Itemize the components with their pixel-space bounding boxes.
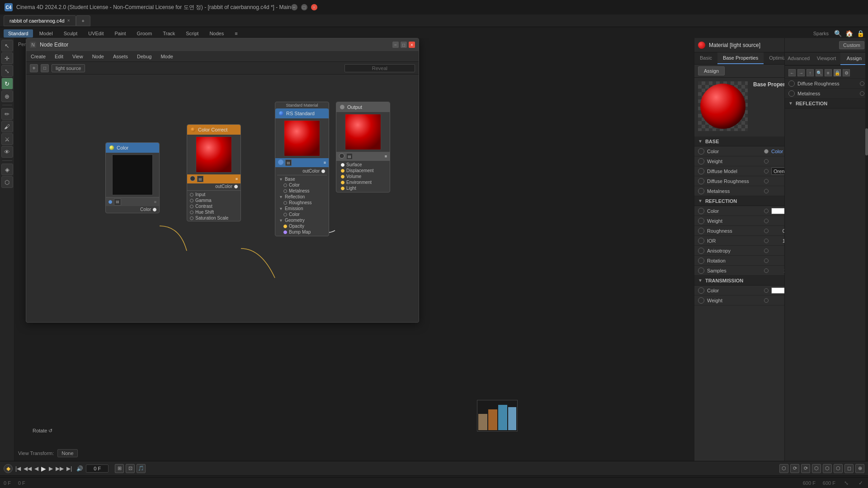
- mode-paint[interactable]: Paint: [110, 29, 130, 38]
- tool-extra1[interactable]: ◈: [1, 164, 13, 175]
- viewport[interactable]: Perspective N Node Editor − □ × Create E…: [14, 38, 694, 461]
- next-key[interactable]: ▶▶: [56, 465, 64, 472]
- tl-tool-1[interactable]: ⊞: [115, 464, 124, 473]
- sub-nav-lock[interactable]: 🔒: [834, 69, 841, 76]
- tl-rt-1[interactable]: ⬡: [779, 464, 788, 473]
- prop-roughness-connector[interactable]: [764, 229, 769, 233]
- output-node[interactable]: Output ▤ ≡ Surface Displacemen: [336, 102, 390, 192]
- timeline-key-btn[interactable]: ◆: [4, 464, 13, 473]
- current-frame-display[interactable]: 0 F: [86, 465, 108, 473]
- prop-metalness-connector[interactable]: [764, 189, 769, 193]
- sub-prop-diffuse-roughness-connector[interactable]: [860, 81, 864, 86]
- sub-tab-assign[interactable]: Assign: [840, 52, 868, 65]
- prop-rotation-icon[interactable]: [698, 258, 704, 264]
- prop-roughness-icon[interactable]: [698, 228, 704, 234]
- prop-trans-color-icon[interactable]: [698, 287, 704, 294]
- mode-uvedit[interactable]: UVEdit: [84, 29, 108, 38]
- tool-move[interactable]: ✛: [1, 52, 13, 64]
- prop-refl-weight-connector[interactable]: [764, 219, 769, 223]
- close-button[interactable]: ×: [311, 4, 317, 10]
- prop-refl-weight-icon[interactable]: [698, 218, 704, 224]
- mode-standard[interactable]: Standard: [4, 29, 33, 38]
- node-canvas[interactable]: Color ▤ ≡ Color: [26, 75, 419, 322]
- tab-basic[interactable]: Basic: [694, 52, 717, 64]
- color-node[interactable]: Color ▤ ≡ Color: [105, 142, 160, 213]
- prop-weight-connector[interactable]: [764, 159, 769, 164]
- prop-weight-icon[interactable]: [698, 158, 704, 164]
- mode-sculpt[interactable]: Sculpt: [59, 29, 82, 38]
- mode-nodes[interactable]: Nodes: [205, 29, 228, 38]
- sub-nav-settings[interactable]: ⚙: [843, 69, 850, 76]
- minimize-button[interactable]: −: [291, 4, 297, 10]
- tab-add[interactable]: +: [76, 15, 90, 26]
- tl-tool-2[interactable]: ⊡: [126, 464, 135, 473]
- mode-model[interactable]: Model: [35, 29, 57, 38]
- tab-base-properties[interactable]: Base Properties: [717, 52, 764, 64]
- tab-main-file[interactable]: rabbit of caerbannog.c4d ×: [4, 15, 76, 26]
- ne-menu-assets[interactable]: Assets: [108, 51, 132, 62]
- tool-transform[interactable]: ⊕: [1, 90, 13, 102]
- view-transform-value[interactable]: None: [57, 449, 77, 457]
- rs-standard-node[interactable]: Standard Material RS Standard ▤ ≡: [275, 102, 329, 236]
- sub-prop-diffuse-roughness-icon[interactable]: [788, 80, 795, 87]
- prop-ior-connector[interactable]: [764, 239, 769, 243]
- sub-tab-advanced[interactable]: Advanced: [785, 52, 812, 65]
- prop-ior-icon[interactable]: [698, 238, 704, 244]
- rs-section-reflection[interactable]: ▼ Reflection: [277, 194, 327, 200]
- tool-eye[interactable]: 👁: [1, 146, 13, 158]
- prop-refl-color-connector[interactable]: [764, 209, 769, 213]
- prop-color-icon[interactable]: [698, 148, 704, 155]
- sub-nav-up[interactable]: ↑: [807, 69, 814, 76]
- play-btn[interactable]: ▶: [41, 465, 46, 472]
- rs-section-base[interactable]: ▼ Base: [277, 176, 327, 182]
- prop-trans-weight-icon[interactable]: [698, 297, 704, 304]
- ne-menu-mode[interactable]: Mode: [156, 51, 178, 62]
- node-editor-min[interactable]: −: [392, 42, 399, 48]
- tl-rt-2[interactable]: ⟳: [790, 464, 799, 473]
- maximize-button[interactable]: □: [301, 4, 307, 10]
- tl-rt-7[interactable]: ◻: [844, 464, 854, 473]
- tool-pen[interactable]: ✏: [1, 108, 13, 120]
- tool-select[interactable]: ↖: [1, 40, 13, 52]
- sub-nav-filter[interactable]: ≡: [825, 69, 832, 76]
- prop-samples-icon[interactable]: [698, 267, 704, 274]
- mode-track[interactable]: Track: [158, 29, 179, 38]
- prop-metalness-icon[interactable]: [698, 188, 704, 194]
- prop-diffuse-roughness-connector[interactable]: [764, 179, 769, 183]
- audio-btn[interactable]: 🔊: [76, 465, 83, 472]
- step-forward[interactable]: ▶: [49, 465, 53, 472]
- sub-nav-forward[interactable]: →: [797, 69, 805, 76]
- ne-menu-create[interactable]: Create: [26, 51, 50, 62]
- tl-rt-3[interactable]: ⟳: [801, 464, 810, 473]
- status-graph[interactable]: ⤡: [843, 479, 850, 487]
- prop-diffuse-roughness-icon[interactable]: [698, 178, 704, 184]
- ne-expand-button[interactable]: □: [41, 64, 49, 72]
- tool-scale[interactable]: ⤡: [1, 65, 13, 77]
- prop-trans-color-connector[interactable]: [764, 288, 769, 293]
- tool-knife[interactable]: ⚔: [1, 133, 13, 145]
- node-editor-close[interactable]: ×: [409, 42, 415, 48]
- sub-panel-custom[interactable]: Custom: [839, 41, 864, 49]
- rs-section-geometry[interactable]: ▼ Geometry: [277, 217, 327, 223]
- sub-prop-metalness-icon[interactable]: [788, 90, 795, 97]
- tool-paint[interactable]: 🖌: [1, 121, 13, 132]
- prop-diffuse-model-connector[interactable]: [764, 169, 769, 174]
- ne-search[interactable]: Reveal: [344, 64, 415, 72]
- ne-menu-view[interactable]: View: [68, 51, 88, 62]
- ne-menu-debug[interactable]: Debug: [132, 51, 156, 62]
- tl-rt-5[interactable]: ⬡: [823, 464, 832, 473]
- prop-anisotropy-icon[interactable]: [698, 248, 704, 254]
- goto-start[interactable]: |◀: [15, 465, 21, 472]
- tool-extra2[interactable]: ⬡: [1, 176, 13, 188]
- rs-section-emission[interactable]: ▼ Emission: [277, 206, 327, 211]
- status-check[interactable]: ✓: [857, 479, 864, 487]
- tool-rotate[interactable]: ↻: [1, 78, 13, 89]
- tl-rt-4[interactable]: ⬡: [812, 464, 821, 473]
- ne-breadcrumb[interactable]: light source: [52, 64, 85, 72]
- tab-close-icon[interactable]: ×: [67, 18, 70, 23]
- prop-trans-weight-connector[interactable]: [764, 298, 769, 303]
- tl-rt-8[interactable]: ⊕: [855, 464, 864, 473]
- prop-anisotropy-connector[interactable]: [764, 249, 769, 253]
- color-correct-node[interactable]: Color Correct ▤ ≡ outColor: [187, 124, 241, 221]
- ne-menu-node[interactable]: Node: [88, 51, 108, 62]
